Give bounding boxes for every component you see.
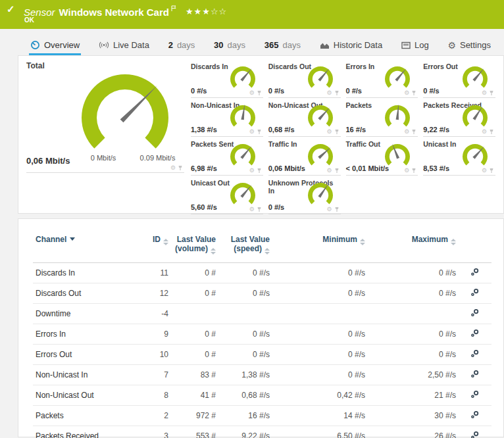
sensor-title: Windows Network Card [59, 7, 169, 18]
table-header-row: Channel ID Last Value(volume) Last Value… [33, 228, 491, 263]
gauge-value: 6,98 #/s [191, 164, 217, 172]
gear-icon[interactable]: ⚙ [326, 129, 332, 135]
channel-name: Discards Out [33, 283, 137, 304]
gauge-tile: Non-Unicast In 1,38 #/s ⚙ [191, 100, 263, 137]
channel-settings-gear-icon[interactable] [470, 390, 480, 399]
sensor-titleline: SensorWindows Network Card★★★☆☆ [24, 3, 227, 18]
tab-unit: days [283, 40, 301, 50]
sensor-status-bar: ✓ SensorWindows Network Card★★★☆☆ OK [0, 0, 504, 29]
pin-icon[interactable] [334, 168, 340, 174]
channel-id: 3 [137, 426, 171, 438]
gauge-tile: Unknown Protocols In 0 #/s ⚙ [268, 178, 341, 214]
gear-icon[interactable]: ⚙ [482, 129, 487, 135]
table-row: Discards Out 12 0 # 0 #/s 0 #/s 0 #/s [33, 283, 491, 304]
channel-last-value-speed: 0 #/s [218, 345, 272, 365]
pin-icon[interactable] [411, 90, 416, 96]
channel-id: 12 [137, 283, 171, 304]
tab-unit: days [177, 40, 195, 50]
gear-icon[interactable]: ⚙ [249, 129, 255, 135]
gauge-tile-actions: ⚙ [482, 168, 494, 174]
channel-settings-gear-icon[interactable] [470, 431, 480, 438]
gauge-value: 16 #/s [346, 126, 366, 134]
channel-settings-gear-icon[interactable] [470, 288, 480, 297]
channel-id: 11 [137, 263, 171, 283]
pin-icon[interactable] [257, 90, 262, 96]
gauge-value: 0 #/s [423, 87, 439, 95]
channel-settings-gear-icon[interactable] [470, 370, 480, 378]
gear-icon[interactable]: ⚙ [404, 168, 409, 174]
column-header-minimum[interactable]: Minimum [272, 228, 368, 263]
tab-bar: Overview Live Data 2 days 30 days 365 da… [0, 29, 504, 55]
table-row: Downtime -4 [33, 304, 491, 324]
sort-icon [360, 239, 365, 245]
tab-live-data[interactable]: Live Data [97, 36, 151, 55]
pin-icon[interactable] [411, 168, 416, 174]
table-row: Errors Out 10 0 # 0 #/s 0 #/s 0 #/s [33, 345, 491, 365]
gear-icon[interactable]: ⚙ [249, 168, 255, 174]
gauge-tile-actions: ⚙ [249, 168, 262, 174]
channel-settings-cell [459, 365, 491, 385]
gear-icon: ⚙ [447, 41, 456, 50]
pin-icon[interactable] [257, 168, 262, 174]
gear-icon[interactable]: ⚙ [404, 129, 409, 135]
priority-stars[interactable]: ★★★☆☆ [186, 7, 227, 16]
tab-365-days[interactable]: 365 days [263, 36, 302, 55]
column-header-channel[interactable]: Channel [33, 228, 137, 263]
pin-icon[interactable] [178, 165, 183, 171]
channel-settings-gear-icon[interactable] [470, 268, 480, 276]
pin-icon[interactable] [489, 129, 494, 135]
pin-icon[interactable] [334, 129, 340, 135]
channel-last-value-volume: 0 # [171, 283, 218, 304]
gauge-value: 5,60 #/s [191, 203, 217, 211]
gear-icon[interactable]: ⚙ [482, 168, 487, 174]
gauge-tile: Unicast Out 5,60 #/s ⚙ [191, 178, 263, 214]
gauges-panel: Total 0 Mbit/s 0.09 Mbit/s 0,06 Mbit/s ⚙… [18, 55, 504, 214]
gear-icon[interactable]: ⚙ [326, 207, 332, 212]
channel-settings-cell [459, 406, 491, 426]
gear-icon[interactable]: ⚙ [326, 90, 332, 96]
gear-icon[interactable]: ⚙ [249, 207, 255, 212]
pin-icon[interactable] [257, 129, 262, 135]
pin-icon[interactable] [489, 168, 494, 174]
pin-icon[interactable] [257, 207, 262, 212]
gear-icon[interactable]: ⚙ [249, 90, 255, 96]
pin-icon[interactable] [334, 90, 340, 96]
channel-name: Non-Unicast In [33, 365, 137, 385]
column-header-id[interactable]: ID [137, 228, 171, 263]
channel-settings-cell [459, 263, 491, 283]
channel-settings-gear-icon[interactable] [470, 308, 480, 317]
gauge-tile: Errors Out 0 #/s ⚙ [423, 61, 495, 98]
tab-30-days[interactable]: 30 days [213, 36, 247, 55]
channel-minimum: 0,42 #/s [272, 385, 368, 406]
tab-overview[interactable]: Overview [29, 36, 81, 55]
channel-settings-gear-icon[interactable] [470, 329, 480, 337]
channel-id: 9 [137, 324, 171, 345]
pin-icon[interactable] [334, 207, 340, 212]
channel-name: Non-Unicast Out [33, 385, 137, 406]
tab-historic-data[interactable]: Historic Data [318, 36, 384, 55]
channel-settings-gear-icon[interactable] [470, 349, 480, 358]
channel-last-value-speed [218, 304, 272, 324]
channel-settings-gear-icon[interactable] [470, 410, 480, 419]
gear-icon[interactable]: ⚙ [404, 90, 409, 96]
table-row: Errors In 9 0 # 0 #/s 0 #/s 0 #/s [33, 324, 491, 345]
channel-last-value-volume [171, 304, 218, 324]
table-row: Discards In 11 0 # 0 #/s 0 #/s 0 #/s [33, 263, 491, 283]
tab-label: Overview [44, 40, 80, 50]
tab-label: Settings [460, 40, 491, 50]
pin-icon[interactable] [411, 129, 416, 135]
gear-icon[interactable]: ⚙ [170, 165, 176, 171]
column-header-last-value-volume[interactable]: Last Value(volume) [171, 228, 218, 263]
gauge-tile-actions: ⚙ [326, 90, 339, 96]
pin-icon[interactable] [489, 90, 494, 96]
gear-icon[interactable]: ⚙ [326, 168, 332, 174]
tab-log[interactable]: Log [400, 36, 430, 55]
column-header-last-value-speed[interactable]: Last Value(speed) [218, 228, 272, 263]
tab-2-days[interactable]: 2 days [167, 36, 197, 55]
tab-settings[interactable]: ⚙ Settings [446, 36, 492, 55]
gauge-value: < 0,01 Mbit/s [346, 164, 390, 172]
gear-icon[interactable]: ⚙ [482, 90, 487, 96]
log-icon [401, 41, 411, 49]
column-header-maximum[interactable]: Maximum [368, 228, 459, 263]
broadcast-icon [99, 41, 109, 49]
